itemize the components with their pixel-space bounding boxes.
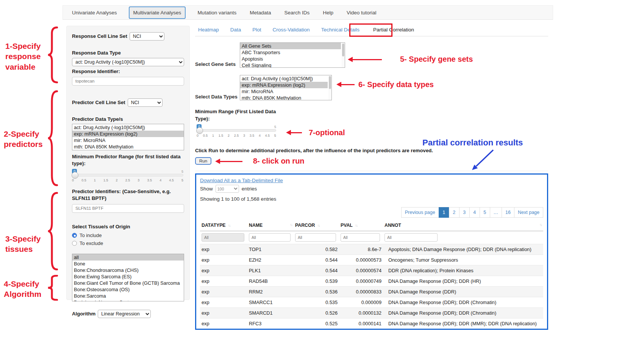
table-row[interactable]: exp SMARCC1 0.535 0.000009 DNA Damage Re… bbox=[200, 297, 543, 308]
results-tab[interactable]: Data bbox=[230, 27, 241, 33]
page-size-select[interactable]: 100 bbox=[216, 185, 239, 193]
results-tab[interactable]: Heatmap bbox=[198, 27, 219, 33]
listbox-option[interactable]: all bbox=[72, 254, 184, 261]
results-tab[interactable]: Plot bbox=[252, 27, 261, 33]
listbox-option[interactable]: mir: MicroRNA bbox=[240, 88, 328, 95]
listbox-option[interactable]: mir: MicroRNA bbox=[72, 137, 184, 144]
nav-tab[interactable]: Video tutorial bbox=[345, 7, 378, 18]
listbox-option[interactable]: Bone:Osteosarcoma (OS) bbox=[72, 286, 184, 293]
table-row[interactable]: exp RAD54B 0.539 0.00000749 DNA Damage R… bbox=[200, 276, 543, 287]
slider-handle[interactable] bbox=[196, 127, 203, 134]
filter-parcor-input[interactable] bbox=[295, 233, 336, 242]
sort-icon[interactable]: ↑↓ bbox=[290, 223, 292, 227]
table-row[interactable]: exp SMARCD1 0.526 0.0000132 DNA Damage R… bbox=[200, 308, 543, 318]
listbox-option[interactable]: Bone:Sarcoma bbox=[72, 293, 184, 299]
listbox-option[interactable]: mth: DNA 850K Methylation bbox=[240, 95, 328, 100]
data-types-scrollbar[interactable] bbox=[328, 75, 331, 100]
tissue-radio[interactable]: To exclude bbox=[72, 240, 184, 246]
page-number-button[interactable]: … bbox=[490, 207, 502, 218]
annotation-step2: 2-Specify predictors bbox=[4, 129, 43, 150]
nav-tab[interactable]: Help bbox=[321, 7, 335, 18]
page-number-button[interactable]: 1 bbox=[439, 207, 449, 218]
nav-tab[interactable]: Search IDs bbox=[283, 7, 311, 18]
filter-annot-input[interactable] bbox=[385, 233, 438, 242]
slider-tick-label: 4 bbox=[159, 178, 161, 182]
slider-track[interactable] bbox=[197, 129, 276, 132]
data-types-listbox: act: Drug Activity (-log10[IC50M])exp: m… bbox=[240, 75, 332, 100]
data-types-row: Select Data Types act: Drug Activity (-l… bbox=[195, 75, 548, 100]
radio-label: To include bbox=[80, 232, 102, 238]
listbox-option[interactable]: exp: mRNA Expression (log2) bbox=[72, 131, 184, 137]
predictor-cell-line-set-select[interactable]: NCI bbox=[128, 98, 163, 107]
filter-pval-input[interactable] bbox=[341, 233, 380, 242]
listbox-option[interactable]: mth: DNA 850K Methylation bbox=[72, 144, 184, 150]
results-tab[interactable]: Partial Correlation bbox=[371, 27, 416, 33]
nav-tab[interactable]: Mutation variants bbox=[196, 7, 238, 18]
listbox-option[interactable]: Bone:Giant Cell Tumor of Bone (GCTB) Sar… bbox=[72, 280, 184, 286]
cell-pval: 0.0000132 bbox=[339, 308, 383, 318]
nav-tab[interactable]: Metadata bbox=[248, 7, 272, 18]
page-number-button[interactable]: 2 bbox=[449, 207, 460, 218]
nav-tab[interactable]: Multivariate Analyses bbox=[129, 6, 186, 19]
table-row[interactable]: exp PLK1 0.544 0.00000574 DDR (DNA repli… bbox=[200, 265, 543, 276]
sort-icon[interactable]: ↑↓ bbox=[317, 223, 319, 228]
previous-page-button[interactable]: Previous page bbox=[401, 207, 439, 218]
slider-track[interactable] bbox=[72, 174, 183, 176]
sort-icon[interactable]: ↑↓ bbox=[228, 223, 230, 228]
sort-icon[interactable]: ↑↓ bbox=[355, 223, 357, 228]
response-data-type-select[interactable]: act: Drug Activity (-log10[IC50M]) bbox=[72, 58, 184, 66]
column-header-pval[interactable]: PVAL↑↓ bbox=[339, 221, 383, 231]
page-number-button[interactable]: 16 bbox=[502, 207, 514, 218]
next-page-button[interactable]: Next page bbox=[514, 207, 543, 218]
table-row[interactable]: exp RFC3 0.525 0.0000141 DNA Damage Resp… bbox=[200, 318, 543, 329]
listbox-option[interactable]: act: Drug Activity (-log10[IC50M]) bbox=[72, 124, 184, 131]
run-button[interactable]: Run bbox=[195, 157, 211, 165]
listbox-option[interactable]: All Gene Sets bbox=[240, 43, 341, 49]
column-header-datatype[interactable]: DATATYPE↑↓ bbox=[200, 221, 247, 231]
page-number-button[interactable]: 5 bbox=[480, 207, 490, 218]
cell-datatype: exp bbox=[200, 297, 247, 308]
table-row[interactable]: exp EZH2 0.544 0.00000573 Oncogenes; Tum… bbox=[200, 255, 543, 265]
table-row[interactable]: exp TOP1 0.582 8.6e-7 Apoptosis; DNA Dam… bbox=[200, 244, 543, 255]
listbox-option[interactable]: Cell Signaling bbox=[240, 62, 341, 68]
filter-datatype-input[interactable] bbox=[202, 233, 244, 242]
radio-label: To exclude bbox=[80, 240, 103, 246]
column-header-annot[interactable]: ANNOT↑↓ bbox=[383, 221, 543, 231]
listbox-option[interactable]: ABC Transporters bbox=[240, 49, 341, 56]
download-all-link[interactable]: Download All as a Tab-Delimited File bbox=[200, 178, 283, 183]
tissue-radio[interactable]: To include bbox=[72, 232, 184, 238]
filter-name-input[interactable] bbox=[249, 233, 291, 242]
listbox-option[interactable]: Bone:Ewing Sarcoma (ES) bbox=[72, 273, 184, 280]
slider-handle[interactable] bbox=[72, 172, 78, 179]
listbox-option[interactable]: exp: mRNA Expression (log2) bbox=[240, 82, 328, 88]
nav-tab[interactable]: Univariate Analyses bbox=[70, 7, 119, 18]
table-row[interactable]: exp RRM2 0.536 0.00000833 DNA Damage Res… bbox=[200, 287, 543, 297]
red-brace-step2 bbox=[45, 88, 58, 188]
gene-sets-scrollbar[interactable] bbox=[342, 43, 345, 67]
algorithm-select[interactable]: Linear Regression bbox=[98, 310, 151, 318]
listbox-option[interactable]: Apoptosis bbox=[240, 56, 341, 62]
slider-tick-label: 3 bbox=[138, 178, 139, 182]
table-row[interactable]: exp CHAF1B 0.522 0.0000157 DDR (DNA repl… bbox=[200, 329, 543, 330]
listbox-option[interactable]: act: Drug Activity (-log10[IC50M]) bbox=[240, 75, 328, 82]
page-number-button[interactable]: 4 bbox=[469, 207, 480, 218]
results-tab[interactable]: Technical Details bbox=[321, 27, 360, 33]
column-header-name[interactable]: NAME↑↓ bbox=[247, 221, 294, 231]
cell-annot: DNA Damage Response (DDR); DDR (HR) bbox=[383, 276, 543, 287]
predictor-identifiers-input[interactable] bbox=[72, 204, 184, 213]
min-predictor-range-slider[interactable]: 0 5 00.511.522.533.544.55 bbox=[72, 174, 183, 182]
listbox-option[interactable]: Bone bbox=[72, 261, 184, 267]
cell-annot: DNA Damage Response (DDR) bbox=[383, 287, 543, 297]
listbox-option[interactable]: Peripheral_Nervous_System bbox=[72, 299, 184, 301]
sort-icon[interactable]: ↑↓ bbox=[539, 223, 542, 227]
listbox-option[interactable]: Bone:Chondrosarcoma (CHS) bbox=[72, 267, 184, 273]
radio-icon bbox=[72, 241, 77, 246]
page-number-button[interactable]: 3 bbox=[459, 207, 470, 218]
cell-pval: 0.00000749 bbox=[339, 276, 383, 287]
results-tab[interactable]: Cross-Validation bbox=[273, 27, 310, 33]
cell-parcor: 0.535 bbox=[294, 297, 339, 308]
column-header-parcor[interactable]: PARCOR↑↓ bbox=[294, 221, 339, 231]
response-identifier-input[interactable] bbox=[72, 77, 184, 86]
min-range-slider[interactable]: 0 5 00.511.522.533.544.55 bbox=[197, 129, 276, 137]
response-cell-line-set-select[interactable]: NCI bbox=[130, 32, 164, 41]
